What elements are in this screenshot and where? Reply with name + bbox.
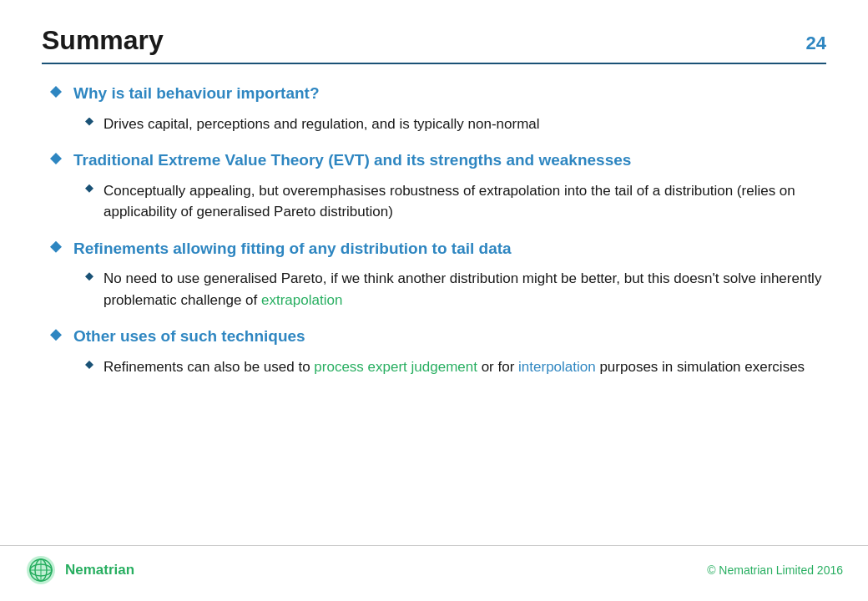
highlight-process-expert: process expert judgement xyxy=(314,359,477,375)
main-bullet-text-3: Refinements allowing fitting of any dist… xyxy=(73,238,512,260)
sub-bullet-icon-3a xyxy=(85,272,93,280)
bullet-icon-3 xyxy=(50,241,62,253)
sub-bullets-3: No need to use generalised Pareto, if we… xyxy=(85,268,826,311)
sub-bullet-1a: Drives capital, perceptions and regulati… xyxy=(85,114,826,135)
highlight-interpolation: interpolation xyxy=(518,359,596,375)
sub-bullet-icon-4a xyxy=(85,361,93,369)
sub-bullet-text-4a: Refinements can also be used to process … xyxy=(103,356,805,378)
slide-footer: Nematrian © Nematrian Limited 2016 xyxy=(0,545,868,586)
main-bullet-text-1: Why is tail behaviour important? xyxy=(73,83,320,105)
sub-bullet-text-1a: Drives capital, perceptions and regulati… xyxy=(103,114,540,135)
main-bullet-1: Why is tail behaviour important? xyxy=(50,83,826,105)
main-bullet-text-2: Traditional Extreme Value Theory (EVT) a… xyxy=(73,149,631,172)
sub-bullets-2: Conceptually appealing, but overemphasis… xyxy=(85,180,826,223)
highlight-extrapolation: extrapolation xyxy=(261,292,342,308)
sub-bullet-text-2a: Conceptually appealing, but overemphasis… xyxy=(103,180,826,223)
sub-bullet-text-3a: No need to use generalised Pareto, if we… xyxy=(103,268,826,311)
bullet-icon-4 xyxy=(50,329,62,341)
page-number: 24 xyxy=(806,33,826,54)
footer-copyright-text: © Nematrian Limited 2016 xyxy=(707,563,843,577)
sub-bullets-4: Refinements can also be used to process … xyxy=(85,356,826,378)
sub-bullets-1: Drives capital, perceptions and regulati… xyxy=(85,114,826,135)
main-bullet-3: Refinements allowing fitting of any dist… xyxy=(50,238,826,260)
sub-bullet-icon-2a xyxy=(85,184,93,193)
footer-brand-text: Nematrian xyxy=(65,562,134,578)
slide: Summary 24 Why is tail behaviour importa… xyxy=(0,0,868,601)
sub-bullet-2a: Conceptually appealing, but overemphasis… xyxy=(85,180,826,223)
slide-header: Summary 24 xyxy=(42,25,826,64)
main-bullet-2: Traditional Extreme Value Theory (EVT) a… xyxy=(50,149,826,172)
nematrian-logo-icon xyxy=(25,554,57,586)
slide-content: Why is tail behaviour important? Drives … xyxy=(42,83,826,377)
sub-bullet-4a: Refinements can also be used to process … xyxy=(85,356,826,378)
main-bullet-4: Other uses of such techniques xyxy=(50,326,826,348)
sub-bullet-icon-1a xyxy=(85,118,93,126)
sub-bullet-3a: No need to use generalised Pareto, if we… xyxy=(85,268,826,311)
main-bullet-text-4: Other uses of such techniques xyxy=(73,326,305,348)
bullet-icon-2 xyxy=(50,153,62,164)
footer-logo: Nematrian xyxy=(25,554,134,586)
bullet-icon-1 xyxy=(50,86,62,98)
slide-title: Summary xyxy=(42,25,164,56)
